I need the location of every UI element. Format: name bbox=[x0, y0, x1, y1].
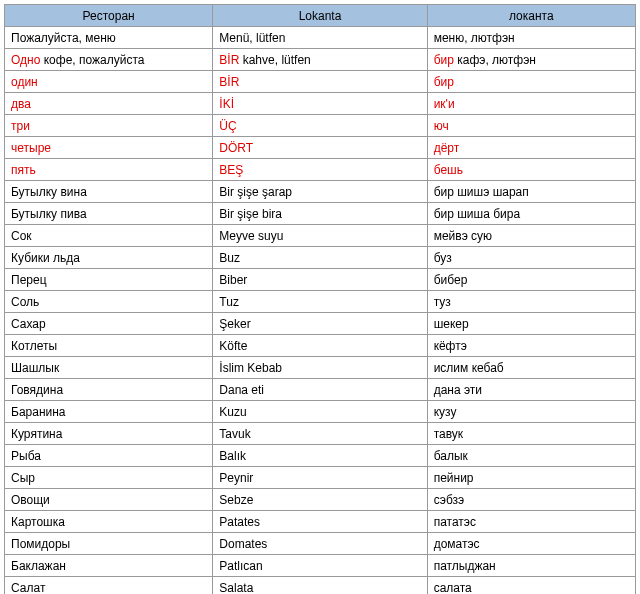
cell-russian: пять bbox=[5, 159, 213, 181]
text-run: Menü, lütfen bbox=[219, 31, 285, 45]
text-run: мейвэ сую bbox=[434, 229, 492, 243]
text-run: дёрт bbox=[434, 141, 460, 155]
cell-turkish: Domates bbox=[213, 533, 427, 555]
cell-russian: Котлеты bbox=[5, 335, 213, 357]
cell-turkish: BİR kahve, lütfen bbox=[213, 49, 427, 71]
text-run: Kuzu bbox=[219, 405, 246, 419]
text-run: Meyve suyu bbox=[219, 229, 283, 243]
cell-translit: кёфтэ bbox=[427, 335, 635, 357]
cell-russian: Шашлык bbox=[5, 357, 213, 379]
cell-turkish: DÖRT bbox=[213, 137, 427, 159]
cell-russian: Пожалуйста, меню bbox=[5, 27, 213, 49]
table-row: дваİKİик'и bbox=[5, 93, 636, 115]
cell-translit: балык bbox=[427, 445, 635, 467]
cell-translit: кузу bbox=[427, 401, 635, 423]
text-run: тавук bbox=[434, 427, 463, 441]
text-run: дана эти bbox=[434, 383, 482, 397]
text-run: Bir şişe şarap bbox=[219, 185, 292, 199]
text-run: ÜÇ bbox=[219, 119, 236, 133]
cell-turkish: BİR bbox=[213, 71, 427, 93]
text-run: пять bbox=[11, 163, 36, 177]
cell-turkish: Dana eti bbox=[213, 379, 427, 401]
text-run: кафэ, лютфэн bbox=[454, 53, 536, 67]
table-row: СокMeyve suyuмейвэ сую bbox=[5, 225, 636, 247]
table-row: Пожалуйста, менюMenü, lütfenменю, лютфэн bbox=[5, 27, 636, 49]
header-translit: локанта bbox=[427, 5, 635, 27]
cell-russian: Одно кофе, пожалуйста bbox=[5, 49, 213, 71]
table-row: КурятинаTavukтавук bbox=[5, 423, 636, 445]
cell-translit: сэбзэ bbox=[427, 489, 635, 511]
text-run: Рыба bbox=[11, 449, 41, 463]
header-row: Ресторан Lokanta локанта bbox=[5, 5, 636, 27]
text-run: Баклажан bbox=[11, 559, 66, 573]
cell-translit: салата bbox=[427, 577, 635, 595]
table-row: РыбаBalıkбалык bbox=[5, 445, 636, 467]
text-run: сэбзэ bbox=[434, 493, 465, 507]
text-run: İKİ bbox=[219, 97, 234, 111]
table-row: ГовядинаDana etiдана эти bbox=[5, 379, 636, 401]
text-run: шекер bbox=[434, 317, 469, 331]
text-run: Сахар bbox=[11, 317, 46, 331]
text-run: два bbox=[11, 97, 31, 111]
text-run: Пожалуйста, меню bbox=[11, 31, 116, 45]
text-run: Бутылку пива bbox=[11, 207, 87, 221]
text-run: Buz bbox=[219, 251, 240, 265]
table-row: Бутылку пиваBir şişe biraбир шиша бира bbox=[5, 203, 636, 225]
text-run: кузу bbox=[434, 405, 457, 419]
table-row: Бутылку винаBir şişe şarapбир шишэ шарап bbox=[5, 181, 636, 203]
cell-turkish: Patates bbox=[213, 511, 427, 533]
text-run: DÖRT bbox=[219, 141, 253, 155]
cell-russian: Овощи bbox=[5, 489, 213, 511]
text-run: Шашлык bbox=[11, 361, 59, 375]
cell-translit: меню, лютфэн bbox=[427, 27, 635, 49]
text-run: бешь bbox=[434, 163, 463, 177]
cell-russian: Баклажан bbox=[5, 555, 213, 577]
text-run: пататэс bbox=[434, 515, 476, 529]
text-run: Patlıcan bbox=[219, 559, 262, 573]
text-run: ислим кебаб bbox=[434, 361, 504, 375]
cell-turkish: Tavuk bbox=[213, 423, 427, 445]
cell-turkish: Kuzu bbox=[213, 401, 427, 423]
cell-translit: ислим кебаб bbox=[427, 357, 635, 379]
cell-turkish: BEŞ bbox=[213, 159, 427, 181]
text-run: патлыджан bbox=[434, 559, 496, 573]
text-run: Patates bbox=[219, 515, 260, 529]
text-run: кофе, пожалуйста bbox=[40, 53, 144, 67]
cell-turkish: İslim Kebab bbox=[213, 357, 427, 379]
cell-translit: бир шиша бира bbox=[427, 203, 635, 225]
text-run: İslim Kebab bbox=[219, 361, 282, 375]
table-row: триÜÇюч bbox=[5, 115, 636, 137]
text-run: Balık bbox=[219, 449, 246, 463]
header-russian: Ресторан bbox=[5, 5, 213, 27]
text-run: туз bbox=[434, 295, 451, 309]
cell-turkish: Sebze bbox=[213, 489, 427, 511]
cell-turkish: İKİ bbox=[213, 93, 427, 115]
cell-translit: тавук bbox=[427, 423, 635, 445]
table-row: четыреDÖRTдёрт bbox=[5, 137, 636, 159]
cell-russian: один bbox=[5, 71, 213, 93]
text-run: Помидоры bbox=[11, 537, 70, 551]
cell-translit: бир кафэ, лютфэн bbox=[427, 49, 635, 71]
cell-russian: Помидоры bbox=[5, 533, 213, 555]
table-row: Кубики льдаBuzбуз bbox=[5, 247, 636, 269]
table-row: Одно кофе, пожалуйстаBİR kahve, lütfenби… bbox=[5, 49, 636, 71]
cell-turkish: Tuz bbox=[213, 291, 427, 313]
text-run: Салат bbox=[11, 581, 45, 595]
cell-translit: туз bbox=[427, 291, 635, 313]
table-row: СалатSalataсалата bbox=[5, 577, 636, 595]
cell-turkish: Bir şişe şarap bbox=[213, 181, 427, 203]
text-run: Peynir bbox=[219, 471, 253, 485]
text-run: Перец bbox=[11, 273, 47, 287]
cell-translit: мейвэ сую bbox=[427, 225, 635, 247]
cell-translit: буз bbox=[427, 247, 635, 269]
cell-russian: Рыба bbox=[5, 445, 213, 467]
text-run: kahve, lütfen bbox=[239, 53, 310, 67]
text-run: салата bbox=[434, 581, 472, 595]
text-run: балык bbox=[434, 449, 468, 463]
table-row: одинBİRбир bbox=[5, 71, 636, 93]
text-run: пейнир bbox=[434, 471, 474, 485]
cell-russian: Бутылку пива bbox=[5, 203, 213, 225]
cell-russian: Салат bbox=[5, 577, 213, 595]
cell-turkish: Patlıcan bbox=[213, 555, 427, 577]
cell-turkish: Salata bbox=[213, 577, 427, 595]
